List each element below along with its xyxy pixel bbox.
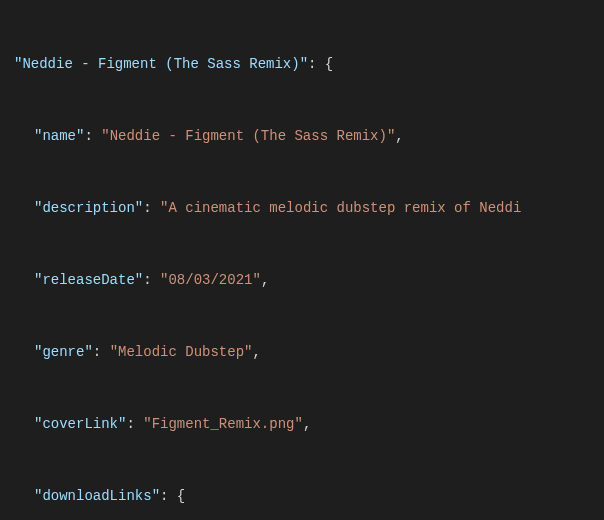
code-line: "coverLink": "Figment_Remix.png", xyxy=(0,412,604,436)
code-line: "genre": "Melodic Dubstep", xyxy=(0,340,604,364)
code-line: "downloadLinks": { xyxy=(0,484,604,508)
code-line: "name": "Neddie - Figment (The Sass Remi… xyxy=(0,124,604,148)
code-line: "description": "A cinematic melodic dubs… xyxy=(0,196,604,220)
code-line: "releaseDate": "08/03/2021", xyxy=(0,268,604,292)
code-line: "Neddie - Figment (The Sass Remix)": { xyxy=(0,52,604,76)
code-editor[interactable]: "Neddie - Figment (The Sass Remix)": { "… xyxy=(0,0,604,520)
